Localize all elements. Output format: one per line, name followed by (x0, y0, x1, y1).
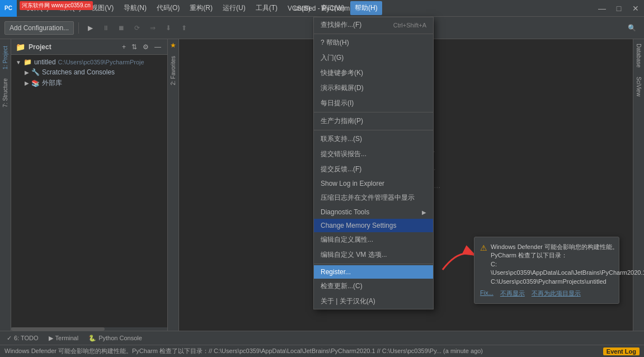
add-configuration-button[interactable]: Add Configuration... (4, 21, 74, 35)
menu-change-memory[interactable]: Change Memory Settings (314, 219, 433, 232)
menu-tip-of-day[interactable]: 每日提示(I) (314, 96, 433, 111)
minimize-button[interactable]: — (594, 0, 610, 17)
reload-button[interactable]: ⟳ (130, 21, 144, 35)
menu-refactor[interactable]: 重构(R) (185, 1, 217, 15)
tree-item-untitled[interactable]: ▼ 📁 untitled C:\Users\pc0359\PycharmProj… (13, 57, 165, 67)
menu-compress-log[interactable]: 压缩日志并在文件管理器中显示 (314, 190, 433, 205)
panel-actions: + ⇅ ⚙ — (120, 43, 163, 51)
terminal-icon: ▶ (49, 335, 53, 342)
check-updates-label: 检查更新...(C) (321, 281, 363, 291)
menu-check-updates[interactable]: 检查更新...(C) (314, 279, 433, 294)
help-dropdown-menu: 查找操作...(F) Ctrl+Shift+A ? 帮助(H) 入门(G) 快捷… (313, 17, 434, 309)
tab-terminal[interactable]: ▶ Terminal (44, 333, 83, 344)
menu-about[interactable]: 关于 | 关于汉化(A) (314, 294, 433, 309)
scratches-label: Scratches and Consoles (42, 68, 115, 76)
productivity-label: 生产力指南(P) (321, 116, 363, 126)
warning-icon: ⚠ (480, 243, 487, 252)
sidebar-item-structure[interactable]: 7: Structure (1, 74, 10, 112)
external-label: 外部库 (42, 78, 62, 88)
sidebar-item-project[interactable]: 1: Project (1, 41, 10, 74)
tree-arrow-external: ▶ (25, 80, 29, 86)
contact-support-label: 联系支持...(S) (321, 134, 362, 144)
titlebar: PC 河东软件网 www.pc0359.cn 文件(F) 编辑(E) 视图(V)… (0, 0, 644, 17)
bottom-toolbar: ✓ 6: TODO ▶ Terminal 🐍 Python Console (0, 331, 644, 345)
todo-label: 6: TODO (14, 335, 39, 341)
dismiss-project-link[interactable]: 不再为此项目显示 (532, 289, 581, 298)
menu-tools[interactable]: 工具(T) (251, 1, 282, 15)
statusbar: Windows Defender 可能会影响您的构建性能。PyCharm 检查了… (0, 345, 644, 357)
demos-label: 演示和截屏(D) (321, 83, 364, 93)
todo-icon: ✓ (7, 335, 12, 342)
menu-keymap[interactable]: 快捷键参考(K) (314, 65, 433, 81)
star-icon: ★ (170, 41, 176, 49)
menu-code[interactable]: 代码(O) (152, 1, 184, 15)
menu-edit-properties[interactable]: 编辑自定义属性... (314, 232, 433, 247)
close-button[interactable]: ✕ (627, 0, 644, 17)
menu-diagnostic-tools[interactable]: Diagnostic Tools ▶ (314, 205, 433, 219)
dismiss-link[interactable]: 不再显示 (500, 289, 525, 298)
diagnostic-tools-label: Diagnostic Tools (321, 208, 369, 216)
menu-navigate[interactable]: 导航(N) (119, 1, 151, 15)
search-everywhere-icon[interactable]: 🔍 (624, 20, 640, 36)
left-sidebar-tabs: 1: Project 7: Structure (0, 39, 11, 331)
step-over-button[interactable]: ⇒ (146, 21, 159, 35)
event-log-button[interactable]: Event Log (603, 347, 640, 355)
sidebar-item-database[interactable]: Database (634, 39, 643, 72)
submenu-arrow-icon: ▶ (422, 209, 426, 215)
menu-separator-4 (314, 264, 433, 264)
settings-button[interactable]: ⚙ (141, 43, 151, 51)
find-action-shortcut: Ctrl+Shift+A (393, 22, 426, 29)
fix-link[interactable]: Fix... (480, 289, 493, 298)
right-sidebar: Database SciView (633, 39, 644, 331)
menu-getting-started[interactable]: 入门(G) (314, 50, 433, 65)
menu-show-log[interactable]: Show Log in Explorer (314, 177, 433, 190)
collapse-button[interactable]: — (153, 43, 163, 51)
watermark: 河东软件网 www.pc0359.cn (20, 1, 93, 10)
maximize-button[interactable]: □ (610, 0, 627, 17)
menu-demos[interactable]: 演示和截屏(D) (314, 81, 433, 96)
edit-vm-label: 编辑自定义 VM 选项... (321, 250, 387, 260)
statusbar-message: Windows Defender 可能会影响您的构建性能。PyCharm 检查了… (4, 347, 599, 355)
menu-register[interactable]: Register... (314, 265, 433, 279)
app-logo: PC (0, 0, 17, 17)
pause-button[interactable]: ⏸ (99, 21, 112, 35)
menu-submit-feedback[interactable]: 提交反馈...(F) (314, 162, 433, 177)
sidebar-item-sciview[interactable]: SciView (634, 72, 643, 101)
folder-icon: 📁 (16, 43, 25, 51)
menu-help[interactable]: 帮助(H) (350, 1, 382, 15)
tree-item-external[interactable]: ▶ 📚 外部库 (13, 77, 165, 89)
notification-actions: Fix... 不再显示 不再为此项目显示 (480, 289, 613, 298)
window-controls: — □ ✕ (594, 0, 644, 17)
tab-todo[interactable]: ✓ 6: TODO (2, 333, 43, 344)
notification-header: ⚠ Windows Defender 可能会影响您的构建性能。 PyCharm … (480, 243, 613, 286)
menu-find-action[interactable]: 查找操作...(F) Ctrl+Shift+A (314, 17, 433, 32)
project-panel: 📁 Project + ⇅ ⚙ — ▼ 📁 untitled C:\Users\… (11, 39, 168, 331)
edit-properties-label: 编辑自定义属性... (321, 235, 373, 245)
menu-edit-vm[interactable]: 编辑自定义 VM 选项... (314, 247, 433, 262)
python-icon: 🐍 (88, 335, 96, 342)
stop-button[interactable]: ⏹ (115, 21, 128, 35)
terminal-label: Terminal (55, 335, 79, 341)
menu-separator-3 (314, 130, 433, 130)
sidebar-item-favorites[interactable]: 2: Favorites (169, 51, 177, 90)
menu-run[interactable]: 运行(U) (218, 1, 250, 15)
tab-python-console[interactable]: 🐍 Python Console (84, 333, 147, 344)
step-into-button[interactable]: ⬇ (162, 21, 175, 35)
menu-productivity[interactable]: 生产力指南(P) (314, 114, 433, 129)
tree-item-scratches[interactable]: ▶ 🔧 Scratches and Consoles (13, 67, 165, 77)
keymap-label: 快捷键参考(K) (321, 68, 363, 78)
submit-feedback-label: 提交反馈...(F) (321, 165, 361, 174)
project-panel-title: Project (29, 43, 51, 51)
project-tree: ▼ 📁 untitled C:\Users\pc0359\PycharmProj… (11, 55, 167, 327)
help-label: ? 帮助(H) (321, 38, 349, 48)
menu-submit-bug[interactable]: 提交错误报告... (314, 147, 433, 162)
menu-help-item[interactable]: ? 帮助(H) (314, 35, 433, 50)
window-title: untitled - PyCharm (294, 4, 350, 12)
submit-bug-label: 提交错误报告... (321, 149, 366, 159)
step-out-button[interactable]: ⬆ (177, 21, 191, 35)
add-file-button[interactable]: + (120, 43, 128, 51)
run-button[interactable]: ▶ (83, 21, 97, 35)
menu-contact-support[interactable]: 联系支持...(S) (314, 131, 433, 147)
sort-button[interactable]: ⇅ (130, 43, 139, 51)
about-label: 关于 | 关于汉化(A) (321, 297, 375, 306)
